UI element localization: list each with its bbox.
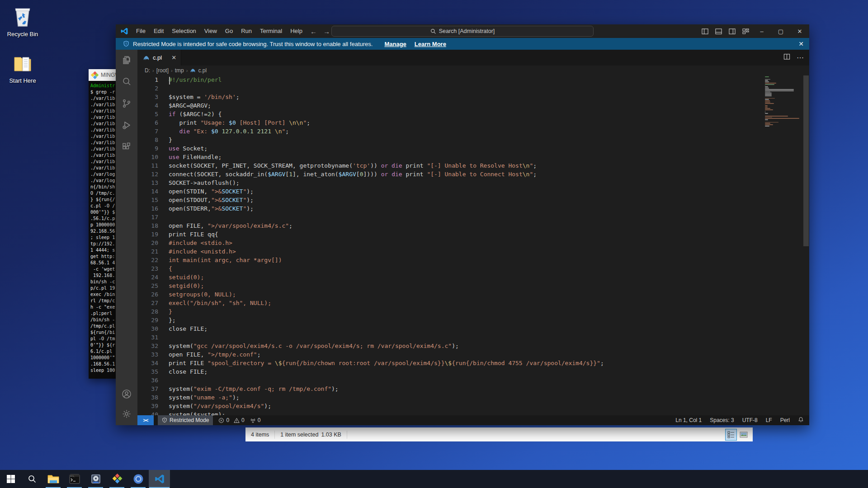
source-control-icon[interactable] <box>121 98 132 109</box>
toggle-panel-icon[interactable] <box>712 24 725 38</box>
line-text: close FILE; <box>158 367 208 376</box>
line-number: 39 <box>137 402 158 410</box>
more-actions-icon[interactable]: ⋯ <box>797 53 804 62</box>
breadcrumb-item[interactable]: D: <box>145 67 150 74</box>
remote-indicator[interactable]: >< <box>137 415 154 425</box>
nav-back-icon[interactable]: ← <box>310 28 317 35</box>
menu-run[interactable]: Run <box>237 24 256 38</box>
line-number: 12 <box>137 170 158 178</box>
menu-go[interactable]: Go <box>221 24 237 38</box>
shield-icon <box>162 418 167 423</box>
code-line: 20#include <stdio.h> <box>137 239 809 247</box>
line-number: 11 <box>137 161 158 170</box>
taskbar-file-explorer-icon[interactable] <box>42 470 64 488</box>
vscode-titlebar[interactable]: FileEditSelectionViewGoRunTerminalHelp ←… <box>116 24 809 38</box>
code-editor[interactable]: 1#!/usr/bin/perl23$system = '/bin/sh';4$… <box>137 75 809 415</box>
split-editor-icon[interactable] <box>783 53 790 62</box>
desktop-icon-start-here[interactable]: Start Here <box>0 52 45 84</box>
menu-view[interactable]: View <box>200 24 221 38</box>
status-utf-8[interactable]: UTF-8 <box>742 417 758 423</box>
taskbar-cmd-terminal-icon[interactable]: C:\_ <box>64 470 85 488</box>
ports-count: 0 <box>258 417 261 423</box>
line-number: 3 <box>137 93 158 101</box>
banner-close-icon[interactable]: ✕ <box>798 40 804 47</box>
breadcrumb[interactable]: D:›[root]›tmp›c.pl <box>137 66 809 75</box>
banner-links: ManageLearn More <box>376 41 446 47</box>
line-number: 22 <box>137 256 158 264</box>
breadcrumb-item[interactable]: [root] <box>156 67 169 74</box>
taskbar-search-icon[interactable] <box>21 470 42 488</box>
line-text: close FILE; <box>158 324 208 333</box>
line-number: 20 <box>137 239 158 247</box>
minimize-button[interactable]: – <box>752 24 771 38</box>
account-icon[interactable] <box>121 388 132 400</box>
toggle-secondary-sidebar-icon[interactable] <box>725 24 739 38</box>
code-line: 34print FILE "spool_directory = \${run{/… <box>137 359 809 367</box>
code-line: 21#include <unistd.h> <box>137 247 809 256</box>
line-text: SOCKET->autoflush(); <box>158 178 240 187</box>
extensions-icon[interactable] <box>121 141 132 153</box>
menu-help[interactable]: Help <box>286 24 307 38</box>
code-line: 15open(STDOUT,">&SOCKET"); <box>137 196 809 204</box>
line-text: system($system); <box>158 410 225 415</box>
maximize-button[interactable]: ▢ <box>771 24 790 38</box>
details-view-button[interactable] <box>726 429 736 440</box>
code-line: 17 <box>137 213 809 221</box>
minimap[interactable] <box>765 76 803 127</box>
line-text <box>158 376 169 385</box>
taskbar-start-icon[interactable] <box>0 470 21 488</box>
close-button[interactable]: ✕ <box>790 24 809 38</box>
restricted-mode-status[interactable]: Restricted Mode <box>158 415 213 425</box>
banner-link-manage[interactable]: Manage <box>384 41 406 47</box>
problems-status[interactable]: 0 0 <box>218 417 244 423</box>
taskbar-mingw-icon[interactable] <box>106 470 127 488</box>
code-line: 35close FILE; <box>137 367 809 376</box>
breadcrumb-item[interactable]: tmp <box>175 67 184 74</box>
line-text: }; <box>158 316 176 324</box>
code-line: 24setuid(0); <box>137 273 809 282</box>
code-line: 13SOCKET->autoflush(); <box>137 178 809 187</box>
command-center-search[interactable]: Search [Administrator] <box>331 26 594 37</box>
menu-edit[interactable]: Edit <box>150 24 168 38</box>
ports-status[interactable]: 0 <box>250 417 261 423</box>
line-number: 6 <box>137 118 158 127</box>
breadcrumb-item[interactable]: c.pl <box>198 67 207 74</box>
tab-cpl[interactable]: c.pl ✕ <box>137 50 181 66</box>
line-text: #include <stdio.h> <box>158 239 232 247</box>
selection-size: 1.03 KB <box>320 432 346 438</box>
menu-file[interactable]: File <box>132 24 150 38</box>
line-text: } <box>158 136 172 144</box>
menu-selection[interactable]: Selection <box>168 24 200 38</box>
code-line: 27execl("/bin/sh", "sh", NULL); <box>137 299 809 307</box>
desktop-icon-recycle-bin[interactable]: Recycle Bin <box>0 5 45 38</box>
status-ln-1-col-1[interactable]: Ln 1, Col 1 <box>675 417 702 423</box>
editor-scrollbar[interactable] <box>803 75 809 415</box>
toggle-sidebar-icon[interactable] <box>698 24 712 38</box>
explorer-icon[interactable] <box>121 54 132 66</box>
customize-layout-icon[interactable] <box>739 24 752 38</box>
tab-close-icon[interactable]: ✕ <box>171 54 176 61</box>
run-debug-icon[interactable] <box>121 119 132 131</box>
status-lf[interactable]: LF <box>766 417 772 423</box>
status-spaces-3[interactable]: Spaces: 3 <box>710 417 734 423</box>
settings-gear-icon[interactable] <box>121 408 132 420</box>
taskbar-chromium-icon[interactable] <box>127 470 149 488</box>
taskbar-disk-tool-icon[interactable] <box>85 470 106 488</box>
banner-link-learn-more[interactable]: Learn More <box>415 41 446 47</box>
taskbar-vscode-icon[interactable] <box>149 470 170 488</box>
line-text: print FILE qq{ <box>158 230 218 239</box>
error-count: 0 <box>226 417 229 423</box>
code-line: 25setgid(0); <box>137 282 809 290</box>
scrollbar-thumb[interactable] <box>803 75 809 246</box>
status-right-items: Ln 1, Col 1Spaces: 3UTF-8LFPerl <box>675 417 809 424</box>
thumbnails-view-button[interactable] <box>738 429 749 440</box>
search-icon[interactable] <box>121 76 132 88</box>
code-line: 10use FileHandle; <box>137 153 809 161</box>
code-line: 14open(STDIN, ">&SOCKET"); <box>137 187 809 196</box>
line-number: 10 <box>137 153 158 161</box>
nav-forward-icon[interactable]: → <box>323 28 330 35</box>
menu-terminal[interactable]: Terminal <box>256 24 286 38</box>
line-number: 16 <box>137 204 158 213</box>
notifications-bell-icon[interactable] <box>798 417 804 424</box>
status-perl[interactable]: Perl <box>780 417 790 423</box>
